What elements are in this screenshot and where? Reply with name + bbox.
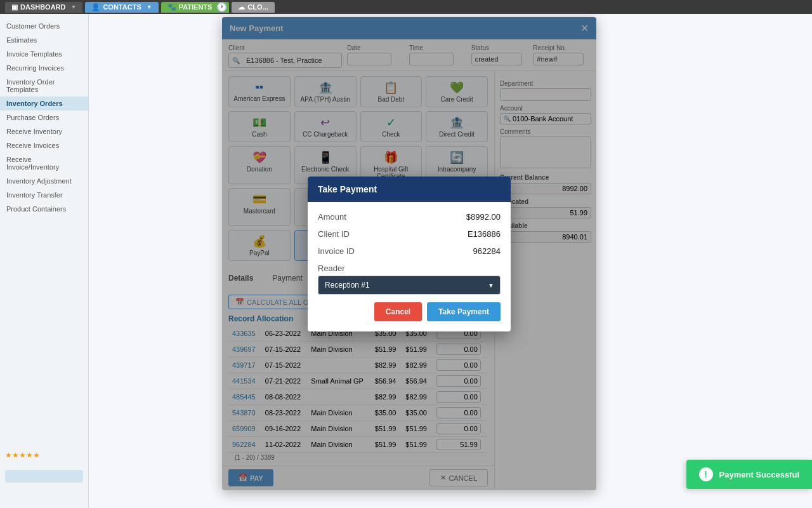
sidebar-item-customer-orders[interactable]: Customer Orders	[0, 19, 88, 33]
tp-client-id-label: Client ID	[318, 229, 350, 239]
tp-buttons: Cancel Take Payment	[318, 302, 501, 321]
tp-reader-label: Reader	[318, 264, 501, 273]
tp-cancel-button[interactable]: Cancel	[374, 302, 422, 321]
sidebar-item-inventory-order-templates[interactable]: Inventory Order Templates	[0, 75, 88, 97]
tp-invoice-id-row: Invoice ID 962284	[318, 246, 501, 256]
tp-take-payment-button[interactable]: Take Payment	[427, 302, 501, 321]
tab-cloud-label: CLO...	[247, 3, 268, 11]
tab-cloud[interactable]: ☁ CLO...	[232, 2, 274, 13]
sidebar-item-recurring-invoices[interactable]: Recurring Invoices	[0, 61, 88, 75]
toast-message: Payment Successful	[719, 470, 799, 479]
tab-dashboard-label: DASHBOARD	[20, 3, 66, 11]
contacts-icon: 👤	[91, 3, 100, 11]
payment-successful-toast: ! Payment Successful	[686, 460, 812, 489]
tab-dashboard[interactable]: ▣ DASHBOARD ▼	[5, 2, 82, 13]
sidebar-item-receive-inventory[interactable]: Receive Inventory	[0, 124, 88, 138]
sidebar-item-invoice-templates[interactable]: Invoice Templates	[0, 47, 88, 61]
sidebar-item-inventory-transfer[interactable]: Inventory Transfer	[0, 188, 88, 202]
tp-select-wrapper: Reception #1 Reception #2 ▼	[318, 276, 501, 295]
cloud-icon: ☁	[238, 3, 245, 11]
tp-client-id-row: Client ID E136886	[318, 229, 501, 239]
tp-amount-label: Amount	[318, 212, 346, 222]
sidebar: Customer Orders Estimates Invoice Templa…	[0, 14, 89, 508]
tp-invoice-id-value: 962284	[473, 246, 501, 256]
sidebar-item-purchase-orders[interactable]: Purchase Orders	[0, 110, 88, 124]
sidebar-item-receive-invoices[interactable]: Receive Invoices	[0, 138, 88, 152]
sidebar-item-receive-invoice-inventory[interactable]: Receive Invoice/Inventory	[0, 152, 88, 174]
main-content: New Payment ✕ Client 🔍 Date Time Status	[89, 14, 812, 508]
history-button[interactable]: 🕐	[213, 0, 231, 14]
tp-amount-row: Amount $8992.00	[318, 212, 501, 222]
dashboard-icon: ▣	[11, 3, 18, 11]
sidebar-item-product-containers[interactable]: Product Containers	[0, 202, 88, 216]
sidebar-item-inventory-orders[interactable]: Inventory Orders	[0, 97, 88, 110]
tp-body: Amount $8992.00 Client ID E136886 Invoic…	[308, 202, 511, 331]
tp-client-id-value: E136886	[468, 229, 501, 239]
sidebar-item-estimates[interactable]: Estimates	[0, 33, 88, 47]
tp-header: Take Payment	[308, 177, 511, 202]
take-payment-modal: Take Payment Amount $8992.00 Client ID E…	[308, 177, 511, 331]
tab-patients-label: PATIENTS	[179, 3, 213, 11]
toast-icon: !	[699, 467, 713, 481]
top-navigation: ▣ DASHBOARD ▼ 👤 CONTACTS ▼ 🐾 PATIENTS ▼ …	[0, 0, 812, 14]
take-payment-overlay: Take Payment Amount $8992.00 Client ID E…	[222, 17, 596, 490]
tab-contacts[interactable]: 👤 CONTACTS ▼	[85, 2, 158, 13]
tp-reader-row: Reader Reception #1 Reception #2 ▼	[318, 264, 501, 295]
tp-amount-value: $8992.00	[466, 212, 501, 222]
sidebar-item-inventory-adjustment[interactable]: Inventory Adjustment	[0, 174, 88, 188]
patients-icon: 🐾	[167, 3, 176, 11]
tp-reader-select[interactable]: Reception #1 Reception #2	[318, 276, 501, 295]
tp-title: Take Payment	[318, 184, 377, 194]
tab-contacts-label: CONTACTS	[103, 3, 141, 11]
tp-invoice-id-label: Invoice ID	[318, 246, 355, 256]
history-icon: 🕐	[216, 2, 227, 12]
new-payment-modal: New Payment ✕ Client 🔍 Date Time Status	[222, 17, 596, 490]
